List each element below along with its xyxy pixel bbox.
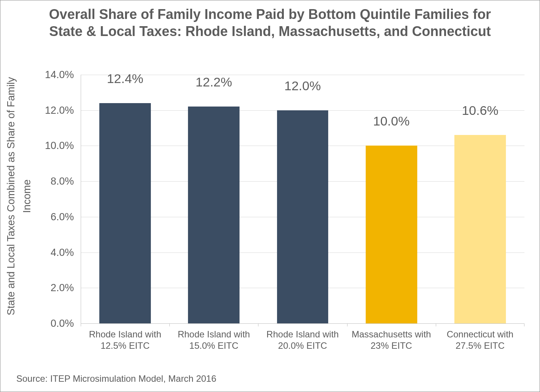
plot-area: 0.0%2.0%4.0%6.0%8.0%10.0%12.0%14.0% 12.4… bbox=[81, 75, 524, 323]
y-axis-label-line2: Income bbox=[20, 0, 34, 392]
bar-value-label: 12.4% bbox=[107, 71, 143, 86]
x-axis-category-label: Connecticut with 27.5% EITC bbox=[436, 329, 524, 351]
bar-column: 12.4% bbox=[81, 75, 169, 323]
bar bbox=[454, 135, 506, 323]
x-tick bbox=[169, 323, 170, 326]
x-tick bbox=[81, 323, 81, 326]
chart-frame: Overall Share of Family Income Paid by B… bbox=[0, 0, 540, 392]
bar-value-label: 10.6% bbox=[462, 103, 498, 118]
x-axis-category-label: Rhode Island with 12.5% EITC bbox=[81, 329, 169, 351]
x-axis-category-label: Rhode Island with 15.0% EITC bbox=[169, 329, 258, 351]
x-axis-category-label: Rhode Island with 20.0% EITC bbox=[258, 329, 347, 351]
x-tick bbox=[347, 323, 347, 326]
x-tick bbox=[524, 323, 524, 326]
bar-column: 10.0% bbox=[347, 75, 436, 323]
bar bbox=[277, 110, 329, 323]
bar-value-label: 12.0% bbox=[284, 78, 321, 93]
y-tick-label: 12.0% bbox=[45, 104, 74, 116]
bar bbox=[366, 146, 417, 323]
gridline bbox=[81, 323, 524, 324]
y-axis-label-line1: State and Local Taxes Combined as Share … bbox=[3, 0, 19, 392]
bar-value-label: 12.2% bbox=[196, 75, 232, 89]
bar bbox=[99, 103, 151, 323]
y-tick-label: 6.0% bbox=[50, 211, 74, 223]
y-tick-label: 2.0% bbox=[50, 282, 74, 294]
bar-column: 12.2% bbox=[169, 75, 258, 323]
bar bbox=[188, 107, 239, 323]
x-tick bbox=[436, 323, 436, 326]
y-tick-label: 4.0% bbox=[50, 246, 74, 258]
x-axis-labels: Rhode Island with 12.5% EITCRhode Island… bbox=[81, 329, 524, 351]
x-tick bbox=[258, 323, 258, 326]
bar-column: 12.0% bbox=[258, 75, 347, 323]
bar-value-label: 10.0% bbox=[373, 114, 410, 129]
chart-source: Source: ITEP Microsimulation Model, Marc… bbox=[16, 373, 216, 384]
chart-title: Overall Share of Family Income Paid by B… bbox=[0, 6, 540, 40]
bar-column: 10.6% bbox=[436, 75, 524, 323]
y-tick-label: 14.0% bbox=[45, 69, 74, 81]
bars-container: 12.4%12.2%12.0%10.0%10.6% bbox=[81, 75, 524, 323]
x-axis-category-label: Massachusetts with 23% EITC bbox=[347, 329, 436, 351]
y-tick-label: 8.0% bbox=[50, 176, 74, 187]
y-tick-label: 0.0% bbox=[50, 318, 74, 329]
y-tick-label: 10.0% bbox=[45, 140, 74, 152]
